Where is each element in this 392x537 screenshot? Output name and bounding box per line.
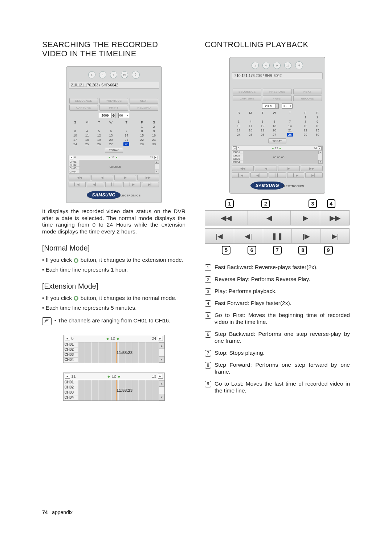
r-calendar: SMTWTFS 12 3456789 10111213141516 171819…: [233, 111, 323, 137]
r-next-button: NEXT: [293, 89, 322, 94]
year-input: [99, 113, 112, 118]
today-button: TODAY: [105, 148, 123, 153]
pb-fastback-icon: ◀◀: [69, 175, 90, 180]
r-year-input: [262, 103, 275, 109]
tl1-time: 11:58:23: [117, 350, 132, 355]
print-button: PRINT: [99, 105, 128, 111]
tl-left-icon: ◂: [65, 336, 70, 341]
panel-titlebar: 210.121.176.203 / SHR-6042: [69, 82, 159, 89]
page-footer: 74_ appendix: [42, 509, 73, 515]
r-layout-1-icon: 1: [252, 62, 259, 69]
fast-forward-icon: ▶▶: [320, 211, 350, 225]
normal-bullet-1: If you click button, it changes to the e…: [42, 257, 185, 264]
r-calendar-selected-day: 28: [281, 133, 300, 137]
r-pb-stepback-icon: ◀▎: [250, 172, 268, 178]
callout-3: 3: [309, 199, 317, 208]
def-3: Play: Performs playback.: [215, 288, 277, 295]
layout-4-icon: 4: [99, 71, 106, 78]
step-left-icon: ◂: [70, 156, 73, 159]
r-layout-16-icon: 16: [284, 62, 291, 69]
stop-icon: ❚❚: [263, 229, 292, 243]
samsung-logo: SAMSUNGELECTRONICS: [69, 191, 159, 199]
column-divider: [195, 40, 195, 472]
month-select: 06▾: [118, 113, 129, 118]
ext-bullet-1: If you click button, it changes to the n…: [42, 295, 185, 302]
r-pb-first-icon: ▎◀: [232, 172, 249, 178]
play-icon: ▶: [291, 211, 320, 225]
pb-stop-icon: ▎▎: [105, 182, 123, 187]
r-pb-revplay-icon: ◀: [255, 166, 277, 171]
def-7: Stop: Stops playing.: [215, 350, 265, 357]
callout-4: 4: [327, 199, 335, 208]
def-2: Reverse Play: Performs Reverse Play.: [215, 276, 310, 283]
pb-stepback-icon: ◀▎: [87, 182, 104, 187]
capture-button: CAPTURE: [69, 105, 98, 111]
timeline-time: 00:00:00: [110, 165, 121, 168]
go-to-last-icon: ▶|: [321, 229, 350, 243]
r-step-left-icon: ◂: [233, 146, 237, 150]
r-sequence-button: SEQUENCE: [233, 89, 261, 94]
r-previous-button: PREVIOUS: [263, 89, 291, 94]
def-1: Fast Backward: Reverse-plays faster(2x).: [215, 264, 318, 271]
layout-1-icon: 1: [88, 71, 95, 78]
tl-right-icon: ▸: [158, 336, 163, 341]
callout-2: 2: [261, 199, 270, 208]
r-mini-timeline: ◂0 ●12● 24▸ CH01CH02CH03CH04 00:00:00 ▴▾: [232, 146, 323, 164]
tl2-scroll-down-icon: ▾: [159, 394, 164, 400]
r-capture-button: CAPTURE: [233, 95, 261, 101]
callout-1: 1: [225, 199, 234, 208]
calendar: SMTWTFS 12 3456789 10111213141516 171819…: [69, 120, 160, 146]
sequence-button: SEQUENCE: [69, 98, 98, 104]
r-pb-last-icon: ▶▎: [305, 172, 323, 178]
callout-7: 7: [273, 246, 282, 255]
r-step-right-icon: ▸: [318, 146, 322, 150]
callout-8: 8: [298, 246, 307, 255]
wheel-icon: ✲: [132, 71, 140, 79]
note-text: • The channels are ranging from CH01 to …: [54, 317, 170, 324]
r-timeline-time: 00:00:00: [273, 156, 284, 159]
def-5: Go to First: Moves the beginning time of…: [215, 312, 350, 326]
normal-bullet-2: Each time line represents 1 hour.: [42, 267, 185, 273]
reverse-play-icon: ◀: [248, 211, 291, 225]
step-backward-icon: ◀|: [234, 229, 263, 243]
year-spinner: ▴▾: [99, 113, 115, 118]
scroll-down-icon: ▾: [155, 170, 159, 173]
mini-timeline: ◂0 ●12● 24▸ CH01 CH02 CH03 CH04 00:00:: [69, 155, 159, 174]
callout-5: 5: [222, 246, 230, 255]
callout-9: 9: [324, 246, 333, 255]
r-pb-fastback-icon: ◀◀: [232, 166, 254, 171]
r-layout-4-icon: 4: [262, 62, 270, 69]
pb-play-icon: ▶: [114, 175, 136, 180]
scroll-up-icon: ▴: [155, 160, 159, 164]
timeline-figure-11-13: ◂11 ●12● 13▸ CH01CH02CH03CH04 11:58:23 ▴…: [63, 373, 165, 401]
ext-bullet-2: Each time line represents 5 minutes.: [42, 305, 185, 312]
search-panel-figure: 1 4 9 16 ✲ 210.121.176.203 / SHR-6042 SE…: [42, 66, 185, 203]
extension-mode-heading: [Extension Mode]: [42, 282, 185, 290]
def-6: Step Backward: Performs one step reverse…: [215, 331, 350, 345]
timeline-figure-0-24: ◂0 ●12● 24▸ CH01CH02CH03CH04 11:58:23 ▴▾: [63, 335, 165, 363]
r-month-select: 06▾: [282, 103, 293, 109]
layout-9-icon: 9: [110, 71, 117, 78]
record-button: RECORD: [130, 105, 158, 111]
r-layout-9-icon: 9: [273, 62, 281, 69]
callout-6: 6: [248, 246, 256, 255]
r-record-button: RECORD: [293, 95, 322, 101]
pb-stepfwd-icon: ▎▶: [123, 182, 141, 187]
note-icon: [42, 317, 52, 325]
tl2-scroll-up-icon: ▴: [159, 380, 164, 387]
left-paragraph: It displays the recorded video data stat…: [42, 208, 185, 236]
r-year-spinner: ▴▾: [262, 103, 279, 109]
playback-panel-figure: 1 4 9 16 ✲ 210.121.176.203 / SHR-6042 SE…: [205, 57, 350, 194]
r-scroll-up-icon: ▴: [318, 151, 322, 154]
r-print-button: PRINT: [263, 95, 291, 101]
left-heading: SEARCHING THE RECORDED VIDEO IN THE TIME…: [42, 40, 185, 58]
r-samsung-logo: SAMSUNGELECTRONICS: [232, 182, 323, 190]
r-pb-stop-icon: ▎▎: [269, 172, 286, 178]
right-heading: CONTROLLING PLAYBACK: [205, 40, 350, 49]
tl2-left-icon: ◂: [65, 374, 70, 379]
normal-mode-icon: [74, 296, 78, 301]
def-4: Fast Forward: Plays faster(2x).: [215, 300, 291, 307]
tl2-time: 11:58:23: [117, 388, 132, 392]
r-wheel-icon: ✲: [295, 61, 303, 69]
layout-16-icon: 16: [121, 71, 128, 78]
